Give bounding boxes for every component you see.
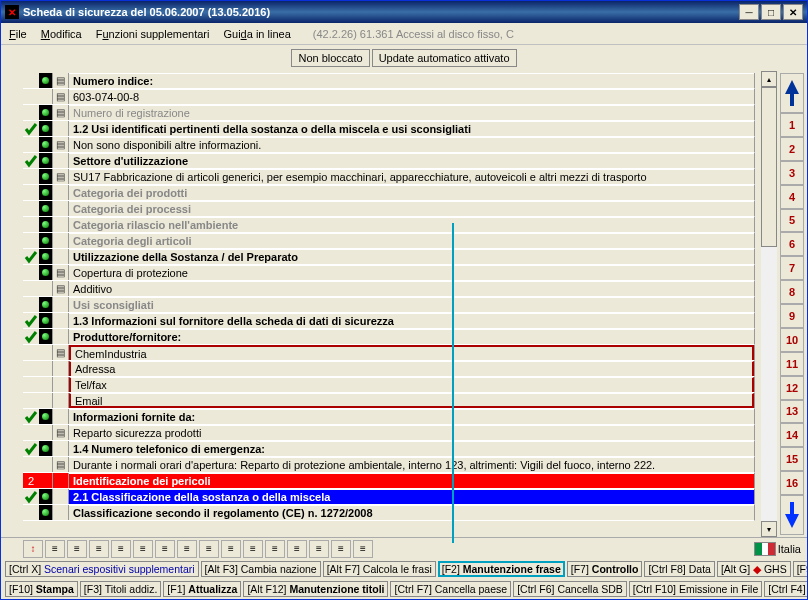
side-num-5[interactable]: 5: [780, 209, 804, 233]
menu-guida[interactable]: Guida in linea: [223, 28, 290, 40]
row-class-reg[interactable]: Classificazione secondo il regolamento (…: [23, 505, 755, 521]
fn-AltF12[interactable]: [Alt F12] Manutenzione titoli: [243, 581, 388, 597]
fn-AltF3[interactable]: [Alt F3] Cambia nazione: [201, 561, 321, 577]
non-bloccato-button[interactable]: Non bloccato: [291, 49, 369, 67]
side-num-10[interactable]: 10: [780, 328, 804, 352]
row-usi-identificati[interactable]: 1.2 Usi identificati pertinenti della so…: [23, 121, 755, 137]
tool-lines-1-icon[interactable]: ≡: [45, 540, 65, 558]
tool-lines-6-icon[interactable]: ≡: [155, 540, 175, 558]
side-num-16[interactable]: 16: [780, 471, 804, 495]
row-cat-rilascio[interactable]: Categoria rilascio nell'ambiente: [23, 217, 755, 233]
menu-modifica[interactable]: Modifica: [41, 28, 82, 40]
row-doc-icon: [53, 201, 69, 216]
side-num-1[interactable]: 1: [780, 113, 804, 137]
tool-lines-14-icon[interactable]: ≡: [331, 540, 351, 558]
tool-lines-10-icon[interactable]: ≡: [243, 540, 263, 558]
fn-F9[interactable]: [F9] Clienti: [793, 561, 807, 577]
side-num-2[interactable]: 2: [780, 137, 804, 161]
row-non-disponibili[interactable]: ▤Non sono disponibili altre informazioni…: [23, 137, 755, 153]
row-sec2[interactable]: 2Identificazione dei pericoli: [23, 473, 755, 489]
row-usi-sconsigliati[interactable]: Usi sconsigliati: [23, 297, 755, 313]
side-num-12[interactable]: 12: [780, 376, 804, 400]
row-light-icon: [39, 233, 53, 248]
tool-lines-13-icon[interactable]: ≡: [309, 540, 329, 558]
row-util-sostanza[interactable]: Utilizzazione della Sostanza / del Prepa…: [23, 249, 755, 265]
row-email[interactable]: Email: [23, 393, 755, 409]
side-num-7[interactable]: 7: [780, 256, 804, 280]
row-check-icon: [23, 281, 39, 296]
tool-lines-8-icon[interactable]: ≡: [199, 540, 219, 558]
side-num-6[interactable]: 6: [780, 232, 804, 256]
maximize-button[interactable]: □: [761, 4, 781, 20]
row-2-1[interactable]: 2.1 Classificazione della sostanza o del…: [23, 489, 755, 505]
row-numero-indice-val[interactable]: ▤603-074-00-8: [23, 89, 755, 105]
tool-lines-15-icon[interactable]: ≡: [353, 540, 373, 558]
fn-F3[interactable]: [F3] Titoli addiz.: [80, 581, 162, 597]
row-cat-articoli[interactable]: Categoria degli articoli: [23, 233, 755, 249]
tool-lines-3-icon[interactable]: ≡: [89, 540, 109, 558]
fn-AltF7[interactable]: [Alt F7] Calcola le frasi: [323, 561, 436, 577]
fn-F10[interactable]: [F10] Stampa: [5, 581, 78, 597]
fn-F7[interactable]: [F7] Controllo: [567, 561, 643, 577]
fn-CtrlF8[interactable]: [Ctrl F8] Data: [644, 561, 714, 577]
tool-red-arrow-icon[interactable]: ↕: [23, 540, 43, 558]
app-icon: ✕: [5, 5, 19, 19]
scroll-thumb[interactable]: [761, 87, 777, 247]
scroll-up-button[interactable]: ▴: [761, 71, 777, 87]
fn-F2[interactable]: [F2] Manutenzione frase: [438, 561, 565, 577]
side-num-3[interactable]: 3: [780, 161, 804, 185]
side-num-11[interactable]: 11: [780, 352, 804, 376]
row-su17[interactable]: ▤SU17 Fabbricazione di articoli generici…: [23, 169, 755, 185]
row-copertura[interactable]: ▤Copertura di protezione: [23, 265, 755, 281]
side-num-14[interactable]: 14: [780, 423, 804, 447]
row-light-icon: [39, 105, 53, 120]
row-additivo[interactable]: ▤Additivo: [23, 281, 755, 297]
tool-lines-2-icon[interactable]: ≡: [67, 540, 87, 558]
row-info-fornite[interactable]: Informazioni fornite da:: [23, 409, 755, 425]
row-adressa[interactable]: Adressa: [23, 361, 755, 377]
row-doc-icon: [53, 217, 69, 232]
side-nav-down[interactable]: [780, 495, 804, 535]
row-1-3[interactable]: 1.3 Informazioni sul fornitore della sch…: [23, 313, 755, 329]
fn-CtrlF4[interactable]: [Ctrl F4] Marcature: [764, 581, 807, 597]
row-settore-util[interactable]: Settore d'utilizzazione: [23, 153, 755, 169]
row-1-4[interactable]: 1.4 Numero telefonico di emergenza:: [23, 441, 755, 457]
side-nav-up[interactable]: [780, 73, 804, 113]
fn-F1[interactable]: [F1] Attualizza: [163, 581, 241, 597]
side-num-13[interactable]: 13: [780, 400, 804, 424]
tool-lines-7-icon[interactable]: ≡: [177, 540, 197, 558]
side-num-8[interactable]: 8: [780, 280, 804, 304]
row-chem[interactable]: ▤ChemIndustria: [23, 345, 755, 361]
row-produttore[interactable]: Produttore/fornitore:: [23, 329, 755, 345]
tool-lines-4-icon[interactable]: ≡: [111, 540, 131, 558]
row-light-icon: [39, 473, 53, 488]
row-reparto[interactable]: ▤Reparto sicurezza prodotti: [23, 425, 755, 441]
tool-lines-12-icon[interactable]: ≡: [287, 540, 307, 558]
row-telfax[interactable]: Tel/fax: [23, 377, 755, 393]
fn-CtrlX[interactable]: [Ctrl X] Scenari espositivi supplementar…: [5, 561, 199, 577]
row-light-icon: [39, 169, 53, 184]
fn-CtrlF6[interactable]: [Ctrl F6] Cancella SDB: [513, 581, 627, 597]
fn-CtrlF7[interactable]: [Ctrl F7] Cancella paese: [390, 581, 511, 597]
menu-funzioni[interactable]: Funzioni supplementari: [96, 28, 210, 40]
side-num-15[interactable]: 15: [780, 447, 804, 471]
scroll-track[interactable]: [761, 87, 777, 521]
row-cat-prodotti[interactable]: Categoria dei prodotti: [23, 185, 755, 201]
fn-AltG[interactable]: [Alt G] ◆ GHS: [717, 561, 791, 577]
tool-lines-9-icon[interactable]: ≡: [221, 540, 241, 558]
scroll-down-button[interactable]: ▾: [761, 521, 777, 537]
menu-file[interactable]: File: [9, 28, 27, 40]
side-num-4[interactable]: 4: [780, 185, 804, 209]
row-cat-processi[interactable]: Categoria dei processi: [23, 201, 755, 217]
row-numero-reg[interactable]: ▤Numero di registrazione: [23, 105, 755, 121]
update-automatico-button[interactable]: Update automatico attivato: [372, 49, 517, 67]
tool-lines-11-icon[interactable]: ≡: [265, 540, 285, 558]
tool-lines-5-icon[interactable]: ≡: [133, 540, 153, 558]
fn-CtrlF10[interactable]: [Ctrl F10] Emissione in File: [629, 581, 762, 597]
row-durante[interactable]: ▤Durante i normali orari d'apertura: Rep…: [23, 457, 755, 473]
row-numero-indice[interactable]: ▤Numero indice:: [23, 73, 755, 89]
minimize-button[interactable]: ─: [739, 4, 759, 20]
scrollbar[interactable]: ▴ ▾: [761, 71, 777, 537]
close-button[interactable]: ✕: [783, 4, 803, 20]
side-num-9[interactable]: 9: [780, 304, 804, 328]
